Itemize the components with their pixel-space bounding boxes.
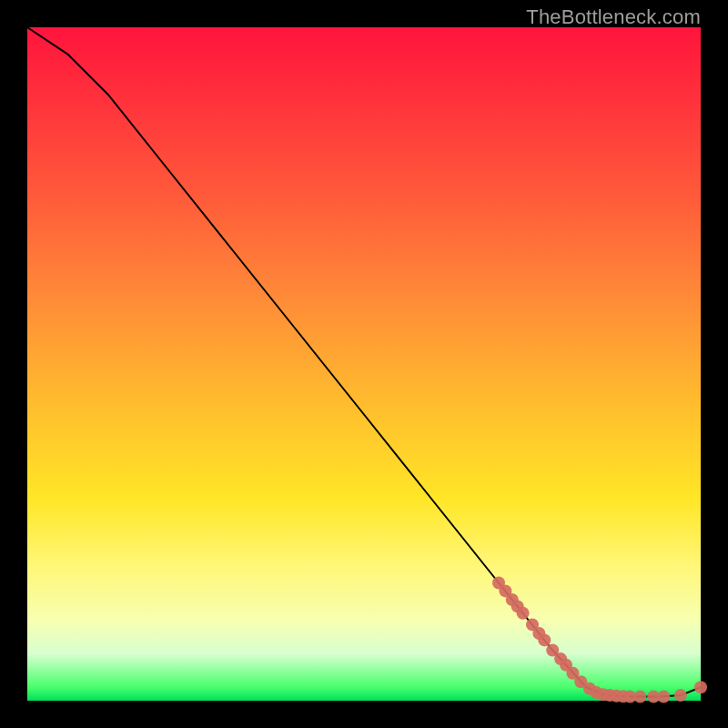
data-marker bbox=[657, 691, 670, 703]
plot-area bbox=[27, 27, 701, 701]
data-marker bbox=[633, 691, 646, 703]
data-marker bbox=[674, 689, 687, 702]
bottleneck-curve bbox=[27, 27, 701, 697]
data-marker bbox=[694, 681, 707, 693]
data-marker bbox=[538, 633, 551, 646]
data-markers bbox=[492, 577, 707, 703]
watermark-text: TheBottleneck.com bbox=[526, 5, 701, 29]
chart-stage: TheBottleneck.com bbox=[0, 0, 728, 728]
data-marker bbox=[517, 607, 530, 620]
chart-overlay bbox=[27, 27, 701, 701]
